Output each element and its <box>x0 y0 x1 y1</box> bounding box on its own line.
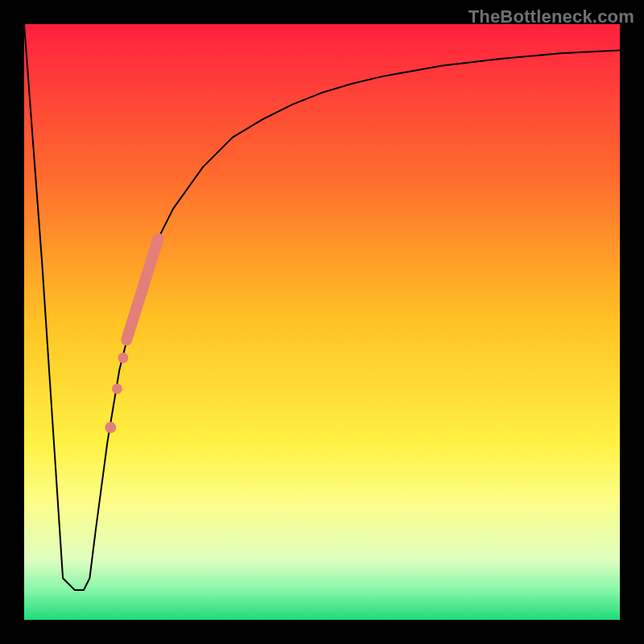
highlight-point <box>112 383 122 394</box>
highlight-point <box>118 353 128 363</box>
highlight-point <box>105 422 116 433</box>
chart-curve-layer <box>24 24 620 620</box>
chart-frame: TheBottleneck.com <box>0 0 644 644</box>
watermark: TheBottleneck.com <box>469 6 634 27</box>
bottleneck-curve <box>24 24 620 590</box>
highlight-bar <box>126 238 158 340</box>
plot-area <box>24 24 620 620</box>
highlight-points <box>105 353 128 433</box>
